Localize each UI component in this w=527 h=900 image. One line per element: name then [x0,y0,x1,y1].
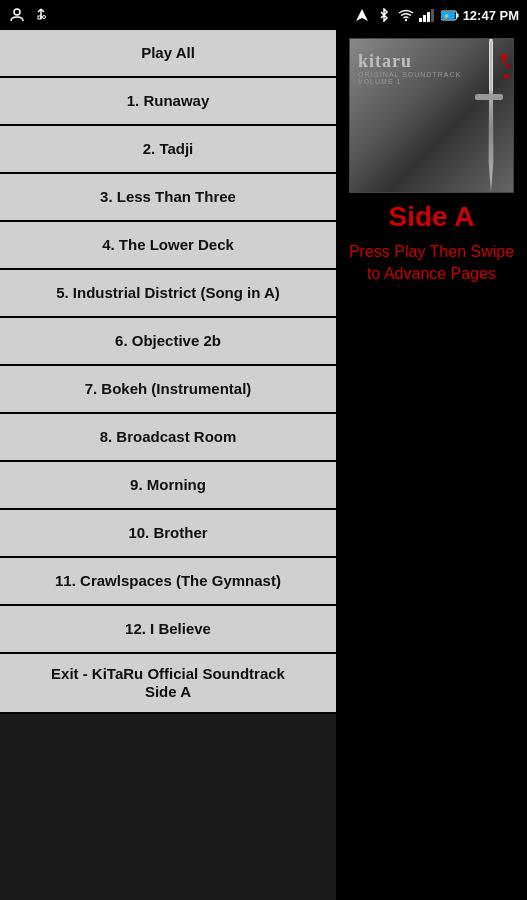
track-item-5[interactable]: 5. Industrial District (Song in A) [0,270,336,318]
svg-text:⚡: ⚡ [443,12,451,20]
status-icons-right: ⚡ 12:47 PM [353,6,519,24]
track-item-9[interactable]: 9. Morning [0,462,336,510]
album-art: kitaru original soundtrackvolume 1 [349,38,514,193]
svg-point-5 [43,16,46,19]
track-item-3[interactable]: 3. Less Than Three [0,174,336,222]
status-bar: ⚡ 12:47 PM [0,0,527,30]
track-item-11[interactable]: 11. Crawlspaces (The Gymnast) [0,558,336,606]
svg-point-0 [14,9,20,15]
album-subtitle: original soundtrackvolume 1 [358,71,461,85]
track-list: Play All 1. Runaway 2. Tadji 3. Less Tha… [0,30,336,900]
album-title: kitaru [358,51,412,72]
location-icon [353,6,371,24]
track-item-6[interactable]: 6. Objective 2b [0,318,336,366]
track-item-2[interactable]: 2. Tadji [0,126,336,174]
track-item-exit[interactable]: Exit - KiTaRu Official Soundtrack Side A [0,654,336,714]
side-a-label: Side A [388,201,474,233]
status-icons-left [8,6,50,24]
svg-rect-13 [457,13,459,17]
instructions-text: Press Play Then Swipe to Advance Pages [336,241,527,286]
svg-rect-8 [419,18,422,22]
android-icon [8,6,26,24]
track-item-7[interactable]: 7. Bokeh (Instrumental) [0,366,336,414]
wifi-icon [397,6,415,24]
svg-rect-9 [423,15,426,22]
main-content: Play All 1. Runaway 2. Tadji 3. Less Tha… [0,30,527,900]
track-item-4[interactable]: 4. The Lower Deck [0,222,336,270]
svg-rect-10 [427,12,430,22]
svg-marker-6 [356,9,368,21]
svg-point-7 [404,19,406,21]
track-item-1[interactable]: 1. Runaway [0,78,336,126]
usb-icon [32,6,50,24]
signal-icon [419,6,437,24]
track-item-12[interactable]: 12. I Believe [0,606,336,654]
svg-rect-4 [38,16,41,19]
track-item-8[interactable]: 8. Broadcast Room [0,414,336,462]
battery-icon: ⚡ [441,6,459,24]
side-panel: kitaru original soundtrackvolume 1 Side … [336,30,527,900]
bluetooth-icon [375,6,393,24]
play-all-button[interactable]: Play All [0,30,336,78]
track-item-10[interactable]: 10. Brother [0,510,336,558]
time-display: 12:47 PM [463,8,519,23]
svg-rect-11 [431,9,434,22]
